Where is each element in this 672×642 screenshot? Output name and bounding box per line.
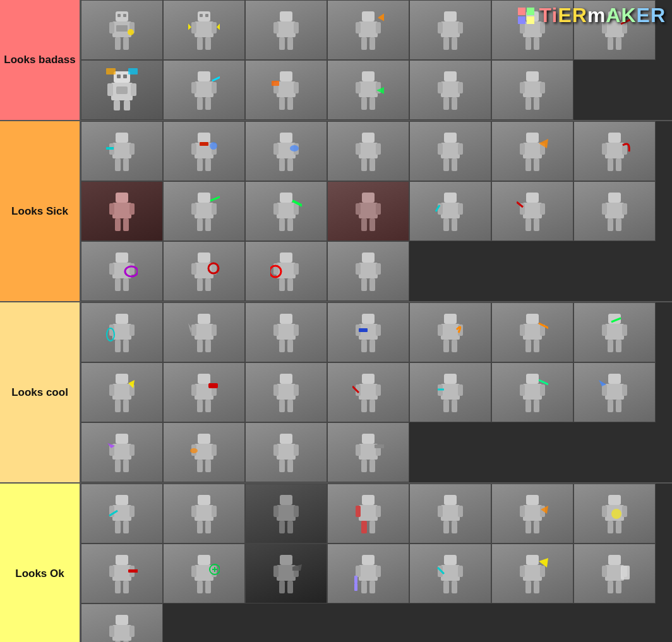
svg-rect-335 [361, 460, 367, 472]
svg-rect-163 [362, 193, 375, 203]
svg-rect-260 [608, 340, 613, 352]
svg-rect-57 [124, 100, 130, 110]
svg-rect-179 [540, 203, 545, 215]
svg-rect-406 [362, 555, 375, 565]
svg-rect-277 [280, 374, 292, 384]
svg-rect-254 [534, 340, 539, 352]
svg-rect-22 [273, 22, 279, 33]
svg-rect-240 [361, 340, 367, 352]
svg-rect-187 [608, 218, 613, 231]
svg-rect-264 [112, 384, 131, 400]
svg-rect-7 [123, 14, 126, 17]
svg-rect-55 [131, 83, 136, 96]
cell-s2 [163, 121, 245, 181]
svg-rect-331 [362, 434, 375, 444]
svg-rect-34 [441, 21, 460, 37]
svg-line-303 [539, 380, 548, 384]
cell-b2 [163, 0, 245, 60]
tier-label-badass: Looks badass [0, 0, 81, 120]
svg-rect-196 [198, 253, 210, 263]
cell-c12 [409, 362, 491, 422]
svg-rect-316 [123, 460, 129, 472]
tier-table: Looks badass [0, 0, 672, 642]
svg-rect-312 [112, 444, 131, 460]
svg-rect-241 [369, 340, 375, 352]
svg-rect-330 [287, 460, 293, 472]
svg-rect-14 [197, 37, 203, 50]
svg-rect-368 [452, 521, 457, 533]
svg-rect-167 [361, 218, 367, 231]
svg-rect-186 [622, 203, 627, 215]
svg-rect-280 [294, 384, 299, 396]
svg-rect-76 [272, 81, 279, 86]
cell-b13 [491, 60, 573, 120]
svg-rect-158 [273, 203, 279, 215]
svg-rect-36 [458, 22, 463, 33]
svg-rect-385 [109, 566, 114, 577]
svg-rect-149 [198, 193, 210, 203]
cell-o9 [163, 544, 245, 603]
svg-rect-263 [116, 374, 128, 384]
svg-rect-414 [444, 555, 457, 565]
svg-rect-74 [279, 97, 285, 110]
svg-rect-298 [523, 384, 542, 400]
svg-rect-131 [523, 143, 542, 158]
svg-rect-38 [452, 37, 457, 50]
svg-rect-166 [376, 203, 381, 215]
svg-rect-25 [287, 37, 293, 50]
cell-s7 [573, 121, 656, 181]
svg-rect-54 [107, 83, 113, 96]
svg-rect-286 [376, 384, 381, 396]
svg-rect-346 [195, 505, 213, 521]
svg-rect-383 [116, 555, 128, 565]
cell-o2 [163, 484, 245, 544]
svg-rect-5 [123, 37, 129, 50]
svg-rect-409 [376, 566, 381, 577]
svg-rect-90 [526, 71, 539, 81]
cell-s13 [491, 181, 573, 241]
tier-label-ok: Looks Ok [0, 484, 81, 642]
svg-rect-95 [534, 97, 539, 110]
svg-rect-426 [534, 581, 539, 593]
svg-rect-203 [280, 253, 292, 263]
svg-rect-395 [205, 581, 211, 593]
svg-rect-2 [109, 22, 114, 33]
svg-rect-351 [280, 495, 292, 505]
svg-rect-159 [294, 203, 299, 215]
svg-rect-147 [115, 218, 121, 231]
cell-c16 [163, 422, 245, 482]
cell-c1 [81, 302, 163, 362]
svg-rect-44 [534, 37, 539, 50]
cell-o14 [573, 544, 656, 603]
svg-rect-99 [129, 143, 135, 155]
robot-icon [106, 8, 138, 52]
cell-c13 [491, 362, 573, 422]
svg-rect-169 [444, 193, 457, 203]
svg-rect-206 [294, 263, 299, 275]
svg-rect-111 [280, 133, 292, 143]
svg-point-9 [128, 29, 134, 35]
svg-rect-92 [520, 82, 525, 93]
svg-rect-168 [369, 218, 375, 231]
svg-rect-118 [362, 133, 375, 143]
svg-rect-82 [369, 97, 375, 110]
svg-rect-403 [279, 581, 285, 593]
svg-rect-20 [280, 11, 292, 21]
svg-rect-145 [109, 203, 114, 215]
svg-rect-24 [279, 37, 285, 50]
cell-o13 [491, 544, 573, 603]
svg-rect-12 [191, 22, 196, 33]
svg-rect-211 [359, 263, 378, 278]
svg-rect-349 [197, 521, 203, 533]
svg-rect-299 [520, 384, 525, 396]
svg-rect-67 [197, 97, 203, 110]
svg-rect-411 [369, 581, 375, 593]
svg-rect-193 [115, 278, 121, 291]
svg-rect-353 [273, 506, 279, 517]
svg-rect-281 [279, 400, 285, 412]
svg-rect-29 [376, 22, 381, 33]
svg-rect-435 [116, 615, 128, 625]
svg-rect-132 [520, 143, 525, 155]
svg-rect-387 [115, 581, 121, 593]
svg-rect-412 [354, 583, 357, 591]
